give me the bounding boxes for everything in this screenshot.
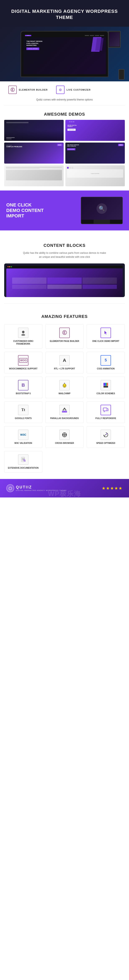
content-laptop-wrapper: [4, 263, 125, 297]
svg-point-2: [63, 384, 66, 388]
demo-nav-dot: [68, 121, 69, 123]
feature-woocommerce: WOO Woocommerce Support: [4, 352, 42, 374]
footer-logo-icon: ◯: [6, 484, 14, 492]
monitor-screen: 🔍: [81, 197, 122, 220]
cross-browser-icon: [59, 430, 70, 440]
elementor-builder-label: ELEMENTOR BUILDER: [19, 89, 48, 91]
demo-light-img: [6, 170, 62, 180]
one-click-banner: ONE CLICK DEMO CONTENT IMPORT 🔍: [0, 191, 129, 231]
feature-rtl: A RTL + LTR Support: [46, 352, 83, 374]
responsive-icon: [101, 405, 111, 415]
content-laptop-inner: [6, 269, 123, 297]
monitor-stand: [94, 220, 110, 224]
svg-rect-10: [104, 386, 108, 388]
hero-laptop-screen: QUTIIZ THE RIGHT DESIGN FOR A DIGITAL MA…: [23, 34, 105, 75]
feature-parallax: Parallax Backgrounds: [46, 401, 83, 423]
elementor-icon: Ⓔ: [8, 86, 17, 94]
css3-label: CSS3 Animation: [97, 368, 115, 370]
documentation-svg-icon: [20, 457, 26, 463]
parallax-icon: [59, 405, 70, 415]
demo-thumb-5[interactable]: [4, 165, 64, 186]
hero-image: QUTIIZ THE RIGHT DESIGN FOR A DIGITAL MA…: [0, 27, 129, 81]
demo-thumb-6[interactable]: Layout preview: [65, 165, 125, 186]
content-blocks-description: Qutiiz has the ability to combine variou…: [23, 251, 106, 259]
feature-css3: 5 CSS3 Animation: [87, 352, 125, 374]
feature-color-schemes: Color Schemes: [87, 377, 125, 398]
color-schemes-icon: [101, 380, 111, 390]
svg-rect-9: [107, 383, 108, 386]
woocommerce-label: Woocommerce Support: [9, 368, 38, 370]
demo-nav-dot: [73, 121, 74, 123]
rtl-label: RTL + LTR Support: [54, 368, 75, 370]
demo-nav-dot: [71, 121, 72, 123]
feature-cross-browser: Cross Browser: [46, 426, 83, 448]
new-badge: NEW: [57, 144, 62, 146]
demo-thumb-3[interactable]: NEW WE SOLVE COMPLEX PROBLEMS: [4, 143, 64, 164]
bootstrap-icon: B: [18, 380, 28, 390]
elementor-label: Elementor Page Builder: [50, 340, 79, 342]
svg-rect-8: [106, 383, 107, 386]
demo-light-bar: [6, 167, 62, 167]
demo-thumb-2[interactable]: WE'RE DIGITALAGENCY VIEW MORE: [65, 120, 125, 141]
feature-one-click: One Click Demo Import: [87, 324, 125, 348]
documentation-icon: [18, 454, 28, 465]
woocommerce-icon: WOO: [18, 355, 28, 366]
hero-tablet-device: [108, 31, 121, 48]
w3c-label: W3C Validation: [14, 442, 32, 444]
one-click-monitor: 🔍: [81, 197, 123, 224]
svg-point-0: [22, 331, 25, 333]
awesome-demos-section: AWESOME DEMOS WE'RE DIGITALAGENCY VIE: [0, 105, 129, 191]
cursor-svg-icon: [103, 330, 109, 336]
demo-thumb-4[interactable]: NEW THE RIGHT DESIGNFOR A DIGITAL READ M…: [65, 143, 125, 164]
cross-browser-svg-icon: [61, 432, 68, 438]
hero-text: THE RIGHT DESIGN: [27, 40, 42, 43]
hero-cta-btn[interactable]: VIEW ALL OPTIONS: [27, 48, 39, 50]
responsive-svg-icon: [103, 407, 109, 413]
customizer-svg-icon: [20, 330, 26, 336]
parallax-label: Parallax Backgrounds: [50, 417, 79, 420]
mailchimp-label: Mailchimp: [59, 392, 71, 395]
footer-description: DIGITAL MARKETING AGENCY WORDPRESS THEME…: [16, 490, 67, 492]
parallax-svg-icon: [61, 407, 68, 413]
svg-rect-6: [104, 383, 105, 386]
demo-nav-dot: [69, 121, 71, 123]
speed-icon: [101, 430, 111, 440]
content-blocks-section: CONTENT BLOCKS Qutiiz has the ability to…: [0, 231, 129, 303]
page-title: DIGITAL MARKETING AGENCY WORDPRESS THEME: [6, 8, 123, 21]
feature-mailchimp: Mailchimp: [46, 377, 83, 398]
one-click-title: ONE CLICK DEMO CONTENT IMPORT: [6, 202, 77, 219]
elementor-page-builder-icon: Ⓔ: [59, 328, 70, 338]
speed-label: Speed Optimized: [96, 442, 115, 444]
svg-rect-14: [103, 408, 107, 411]
palette-svg-icon: [103, 382, 109, 388]
mailchimp-icon: [59, 380, 70, 390]
feature-customizer: Customizer Kirki Framework: [4, 324, 42, 348]
live-customizer-label: LIVE CUSTOMIZER: [67, 89, 91, 91]
feature-responsive: Fully Responsive: [87, 401, 125, 423]
svg-rect-11: [62, 411, 67, 412]
demo-thumb-1[interactable]: [4, 120, 64, 141]
hero-phone-device: [118, 69, 124, 80]
header-section: DIGITAL MARKETING AGENCY WORDPRESS THEME: [0, 0, 129, 27]
google-fonts-icon: Tt: [18, 405, 28, 415]
demo-light-bar-2: [6, 168, 39, 169]
feature-bootstrap: B Bootstrap 5: [4, 377, 42, 398]
google-fonts-label: Google Fonts: [15, 417, 32, 420]
svg-point-4: [65, 385, 66, 385]
one-click-label: One Click Demo Import: [92, 340, 119, 342]
live-customizer-icon: ⚙: [56, 86, 64, 94]
footer-logo-text-group: QUTIIZ DIGITAL MARKETING AGENCY WORDPRES…: [16, 485, 67, 492]
content-blocks-title: CONTENT BLOCKS: [4, 237, 125, 251]
feature-speed: Speed Optimized: [87, 426, 125, 448]
live-customizer-item: ⚙ LIVE CUSTOMIZER: [56, 86, 91, 94]
w3c-icon: W3C: [18, 430, 28, 440]
documentation-label: Extensive Documentation: [8, 466, 39, 469]
cross-browser-label: Cross Browser: [55, 442, 74, 444]
css3-icon: 5: [101, 355, 111, 366]
svg-point-22: [105, 434, 106, 435]
svg-rect-16: [104, 411, 105, 412]
footer-wrapper: ◯ QUTIIZ DIGITAL MARKETING AGENCY WORDPR…: [0, 479, 129, 498]
hero-tablet-screen: [109, 32, 120, 46]
one-click-demo-icon: [101, 328, 111, 338]
svg-point-13: [64, 409, 65, 411]
